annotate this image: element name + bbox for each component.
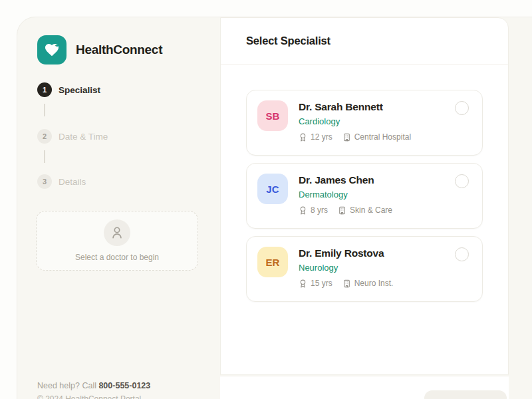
location-item: Central Hospital xyxy=(342,132,411,142)
doctor-avatar: JC xyxy=(257,174,288,204)
location-text: Neuro Inst. xyxy=(354,279,394,288)
doctor-info: Dr. James Chen Dermatology 8 yrs xyxy=(299,173,392,215)
placeholder-text: Select a doctor to begin xyxy=(75,253,159,262)
doctor-name: Dr. Sarah Bennett xyxy=(299,100,411,114)
location-text: Central Hospital xyxy=(354,132,411,142)
copyright-text: © 2024 HealthConnect Portal xyxy=(37,394,141,399)
step-label: Details xyxy=(59,177,86,187)
help-line: Need help? Call 800-555-0123 xyxy=(37,381,150,390)
experience-item: 12 yrs xyxy=(299,132,332,142)
doctor-card-emily-rostova[interactable]: ER Dr. Emily Rostova Neurology 15 yrs xyxy=(246,236,483,302)
location-item: Neuro Inst. xyxy=(342,279,394,288)
building-icon xyxy=(342,133,351,142)
doctor-meta: 12 yrs Central Hospital xyxy=(299,132,411,142)
app-card: + HealthConnect 1 Specialist 2 Date & Ti… xyxy=(17,17,532,399)
doctor-radio[interactable] xyxy=(455,101,469,115)
plus-glyph: + xyxy=(55,42,59,49)
doctor-name: Dr. Emily Rostova xyxy=(299,246,393,260)
brand: + HealthConnect xyxy=(37,35,162,65)
experience-text: 8 yrs xyxy=(311,205,328,215)
experience-text: 12 yrs xyxy=(311,132,332,142)
doctor-avatar: ER xyxy=(257,247,288,277)
location-item: Skin & Care xyxy=(338,205,392,215)
doctor-radio[interactable] xyxy=(455,174,469,188)
doctor-list: SB Dr. Sarah Bennett Cardiology 12 yrs xyxy=(221,65,508,302)
page-title: Select Specialist xyxy=(246,35,331,47)
doctor-name: Dr. James Chen xyxy=(299,173,392,187)
doctor-meta: 15 yrs Neuro Inst. xyxy=(299,279,393,288)
step-label: Specialist xyxy=(59,85,100,95)
doctor-specialty: Cardiology xyxy=(299,116,411,128)
app-title: HealthConnect xyxy=(76,43,162,57)
help-phone-number: 800-555-0123 xyxy=(98,381,150,390)
stepper-connector xyxy=(44,150,45,163)
doctor-info: Dr. Emily Rostova Neurology 15 yrs xyxy=(299,246,393,288)
step-number: 2 xyxy=(37,129,52,144)
step-number: 3 xyxy=(37,174,52,189)
medal-icon xyxy=(299,133,307,142)
experience-item: 15 yrs xyxy=(299,279,332,288)
doctor-info: Dr. Sarah Bennett Cardiology 12 yrs xyxy=(299,100,411,142)
step-label: Date & Time xyxy=(59,132,108,142)
stepper-step-specialist[interactable]: 1 Specialist xyxy=(37,82,100,97)
doctor-card-james-chen[interactable]: JC Dr. James Chen Dermatology 8 yrs xyxy=(246,163,483,229)
location-text: Skin & Care xyxy=(350,205,392,215)
experience-text: 15 yrs xyxy=(311,279,332,288)
doctor-specialty: Dermatology xyxy=(299,189,392,201)
building-icon xyxy=(338,206,346,215)
footer-bar: Continue xyxy=(220,376,509,399)
doctor-specialty: Neurology xyxy=(299,262,393,274)
help-prefix: Need help? Call xyxy=(37,381,98,390)
app-logo: + xyxy=(37,35,66,65)
person-icon xyxy=(104,219,130,246)
medal-icon xyxy=(299,206,307,215)
continue-button[interactable]: Continue xyxy=(424,390,507,399)
stepper-step-details[interactable]: 3 Details xyxy=(37,174,86,189)
building-icon xyxy=(342,279,351,288)
doctor-meta: 8 yrs Skin & Care xyxy=(299,205,392,215)
doctor-avatar: SB xyxy=(257,100,288,131)
main-panel: Select Specialist SB Dr. Sarah Bennett C… xyxy=(220,17,509,375)
doctor-radio[interactable] xyxy=(455,247,469,261)
stepper-step-date-time[interactable]: 2 Date & Time xyxy=(37,129,108,144)
stepper-connector xyxy=(44,104,45,116)
medal-icon xyxy=(299,279,307,288)
selected-doctor-placeholder: Select a doctor to begin xyxy=(36,211,198,271)
main-header: Select Specialist xyxy=(221,18,508,65)
step-number: 1 xyxy=(37,82,52,97)
doctor-card-sarah-bennett[interactable]: SB Dr. Sarah Bennett Cardiology 12 yrs xyxy=(246,90,483,156)
experience-item: 8 yrs xyxy=(299,205,328,215)
